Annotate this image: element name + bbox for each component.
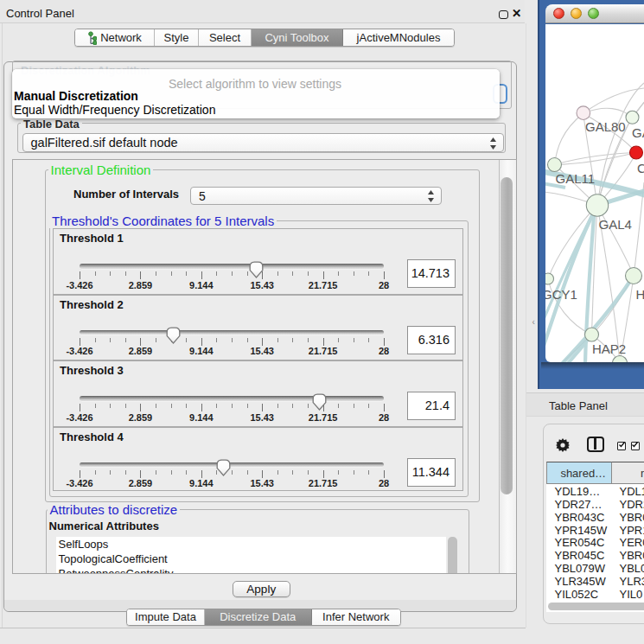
- svg-text:GAL4: GAL4: [599, 216, 632, 231]
- svg-text:GA: GA: [632, 125, 644, 140]
- svg-text:H: H: [636, 287, 644, 302]
- svg-text:HAP2: HAP2: [592, 341, 626, 355]
- svg-text:C: C: [637, 161, 644, 175]
- svg-text:GAL11: GAL11: [556, 171, 596, 186]
- svg-text:GAL80: GAL80: [585, 119, 626, 134]
- svg-text:GCY1: GCY1: [545, 287, 577, 302]
